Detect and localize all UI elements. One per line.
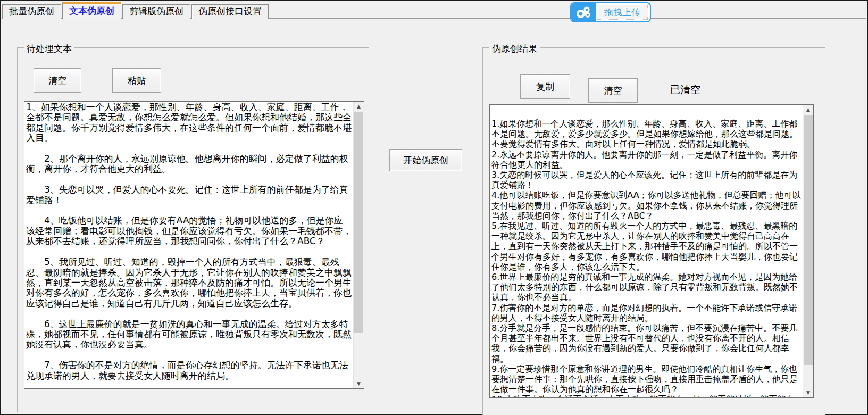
clear-source-button[interactable]: 清空 <box>34 68 81 93</box>
pending-text-group: 待处理文本 清空 粘贴 1、如果你想和一个人谈恋爱，那性别、年龄、身高、收入、家… <box>17 47 369 412</box>
source-scrollbar[interactable]: ▲ ▼ <box>353 102 364 388</box>
tab-clip-spin[interactable]: 剪辑版伪原创 <box>122 4 190 19</box>
result-scrollbar[interactable]: ▲ ▼ <box>803 105 813 397</box>
upload-button-label: 拖拽上传 <box>597 5 648 20</box>
tab-text-spin[interactable]: 文本伪原创 <box>62 2 121 19</box>
scrollbar-thumb[interactable] <box>804 115 813 365</box>
source-textarea[interactable]: 1、如果你想和一个人谈恋爱，那性别、年龄、身高、收入、家庭、距离、工作，全都不是… <box>24 101 364 389</box>
clear-result-button[interactable]: 清空 <box>588 78 638 103</box>
scroll-up-icon[interactable]: ▲ <box>803 105 813 114</box>
start-spin-button[interactable]: 开始伪原创 <box>389 149 462 171</box>
scrollbar-thumb[interactable] <box>354 112 363 333</box>
drag-upload-button[interactable]: 拖拽上传 <box>570 2 651 22</box>
spin-result-group-title: 伪原创结果 <box>489 43 540 55</box>
tab-strip: 批量伪原创 文本伪原创 剪辑版伪原创 伪原创接口设置 <box>2 1 270 19</box>
app-window: 批量伪原创 文本伪原创 剪辑版伪原创 伪原创接口设置 拖拽上传 待处理文本 清空… <box>0 0 868 415</box>
result-textarea[interactable]: 1.如果你想和一个人谈恋爱，那么性别、年龄、身高、收入、家庭、距离、工作都不是问… <box>489 104 814 398</box>
tab-api-settings[interactable]: 伪原创接口设置 <box>191 4 269 19</box>
scroll-down-icon[interactable]: ▼ <box>803 388 813 397</box>
scroll-down-icon[interactable]: ▼ <box>354 379 364 388</box>
cloud-disk-icon <box>571 3 596 21</box>
scroll-up-icon[interactable]: ▲ <box>354 102 364 111</box>
pending-text-group-title: 待处理文本 <box>24 43 74 55</box>
tab-page-text-spin: 待处理文本 清空 粘贴 1、如果你想和一个人谈恋爱，那性别、年龄、身高、收入、家… <box>2 18 866 413</box>
tab-batch-spin[interactable]: 批量伪原创 <box>2 4 61 19</box>
spin-result-group: 伪原创结果 复制 清空 已清空 1.如果你想和一个人谈恋爱，那么性别、年龄、身高… <box>482 47 825 415</box>
result-text[interactable]: 1.如果你想和一个人谈恋爱，那么性别、年龄、身高、收入、家庭、距离、工作都不是问… <box>490 105 803 397</box>
paste-button[interactable]: 粘贴 <box>112 68 161 93</box>
source-text[interactable]: 1、如果你想和一个人谈恋爱，那性别、年龄、身高、收入、家庭、距离、工作，全都不是… <box>24 102 353 388</box>
copy-result-button[interactable]: 复制 <box>520 74 570 99</box>
cleared-status-label: 已清空 <box>670 83 700 97</box>
